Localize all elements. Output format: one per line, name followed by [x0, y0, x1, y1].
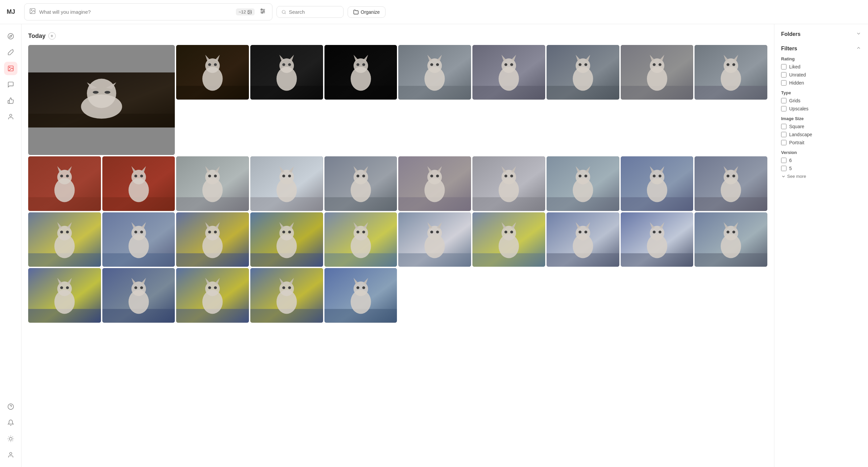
image-cell[interactable] [472, 156, 545, 211]
search-input[interactable] [289, 9, 339, 15]
image-cell[interactable] [28, 268, 101, 323]
folders-header[interactable]: Folders [781, 31, 861, 37]
content-area: Today + [22, 24, 774, 467]
image-cell[interactable] [28, 212, 101, 267]
svg-point-131 [282, 175, 285, 177]
filter-grids[interactable]: Grids [781, 98, 861, 103]
image-cell[interactable] [547, 212, 619, 267]
add-section-button[interactable]: + [48, 32, 56, 39]
svg-point-75 [505, 63, 508, 66]
sidebar-item-bell[interactable] [4, 416, 18, 429]
svg-point-299 [356, 286, 359, 289]
see-more-link[interactable]: See more [781, 174, 861, 179]
portrait-checkbox[interactable] [781, 140, 786, 145]
image-cell[interactable] [694, 45, 767, 100]
filter-hidden[interactable]: Hidden [781, 80, 861, 86]
image-cell[interactable] [176, 212, 249, 267]
image-cell[interactable] [324, 45, 397, 100]
svg-point-211 [282, 230, 285, 233]
liked-checkbox[interactable] [781, 64, 786, 69]
svg-point-155 [505, 175, 508, 177]
hidden-checkbox[interactable] [781, 80, 786, 86]
svg-point-19 [9, 437, 12, 440]
svg-point-220 [362, 230, 365, 233]
image-cell[interactable] [176, 268, 249, 323]
image-cell[interactable] [621, 212, 693, 267]
v6-checkbox[interactable] [781, 158, 786, 163]
hidden-label: Hidden [789, 80, 804, 86]
svg-point-156 [510, 175, 513, 177]
filter-v5[interactable]: 5 [781, 166, 861, 171]
image-cell[interactable] [472, 45, 545, 100]
image-cell[interactable] [547, 156, 619, 211]
v5-checkbox[interactable] [781, 166, 786, 171]
sidebar-item-brush[interactable] [4, 45, 18, 59]
prompt-settings-button[interactable] [258, 6, 268, 18]
image-cell[interactable] [176, 45, 249, 100]
svg-point-283 [208, 286, 211, 289]
filter-liked[interactable]: Liked [781, 64, 861, 69]
image-cell[interactable] [547, 45, 619, 100]
filter-square[interactable]: Square [781, 124, 861, 129]
image-cell[interactable] [398, 156, 471, 211]
image-cell[interactable] [472, 212, 545, 267]
image-cell[interactable] [621, 156, 693, 211]
svg-point-228 [436, 230, 439, 233]
image-cell[interactable] [250, 268, 323, 323]
filter-portrait[interactable]: Portrait [781, 140, 861, 145]
svg-point-28 [9, 453, 12, 455]
image-cell[interactable] [102, 268, 175, 323]
image-grid [28, 45, 767, 323]
square-checkbox[interactable] [781, 124, 786, 129]
image-cell[interactable] [250, 156, 323, 211]
prompt-input[interactable] [39, 9, 232, 15]
filter-upscales[interactable]: Upscales [781, 106, 861, 112]
sidebar [0, 24, 22, 467]
image-cell[interactable] [324, 212, 397, 267]
image-cell[interactable] [250, 212, 323, 267]
filter-unrated[interactable]: Unrated [781, 72, 861, 77]
grids-checkbox[interactable] [781, 98, 786, 103]
sidebar-item-sun[interactable] [4, 432, 18, 445]
svg-point-16 [9, 115, 12, 117]
unrated-checkbox[interactable] [781, 72, 786, 77]
landscape-checkbox[interactable] [781, 132, 786, 137]
image-cell[interactable] [324, 156, 397, 211]
filters-header[interactable]: Filters [781, 45, 861, 52]
svg-point-132 [288, 175, 291, 177]
image-cell[interactable] [250, 45, 323, 100]
image-cell[interactable] [28, 45, 175, 155]
filter-landscape[interactable]: Landscape [781, 132, 861, 137]
sidebar-item-images[interactable] [4, 62, 18, 75]
image-cell[interactable] [398, 45, 471, 100]
image-cell[interactable] [102, 156, 175, 211]
image-cell[interactable] [398, 212, 471, 267]
sidebar-item-profile[interactable] [4, 448, 18, 462]
image-cell[interactable] [694, 156, 767, 211]
image-cell[interactable] [621, 45, 693, 100]
sidebar-item-thumbsup[interactable] [4, 94, 18, 107]
image-cell[interactable] [102, 212, 175, 267]
image-cell[interactable] [324, 268, 397, 323]
sidebar-item-chat[interactable] [4, 78, 18, 91]
filter-v6[interactable]: 6 [781, 158, 861, 163]
upscales-checkbox[interactable] [781, 106, 786, 112]
svg-point-60 [362, 63, 365, 66]
svg-point-32 [87, 79, 116, 108]
landscape-label: Landscape [789, 132, 812, 137]
svg-point-187 [60, 230, 63, 233]
organize-button[interactable]: Organize [348, 6, 385, 18]
svg-line-23 [12, 440, 13, 441]
image-cell[interactable] [28, 156, 101, 211]
sidebar-item-compass[interactable] [4, 30, 18, 43]
svg-point-268 [66, 286, 69, 289]
svg-point-147 [431, 175, 434, 177]
image-cell[interactable] [694, 212, 767, 267]
filters-arrow [856, 45, 861, 52]
image-cell[interactable] [176, 156, 249, 211]
version-group-title: Version [781, 150, 861, 155]
svg-marker-13 [9, 35, 12, 37]
svg-point-84 [585, 63, 588, 66]
sidebar-item-person[interactable] [4, 110, 18, 123]
sidebar-item-help[interactable] [4, 400, 18, 413]
